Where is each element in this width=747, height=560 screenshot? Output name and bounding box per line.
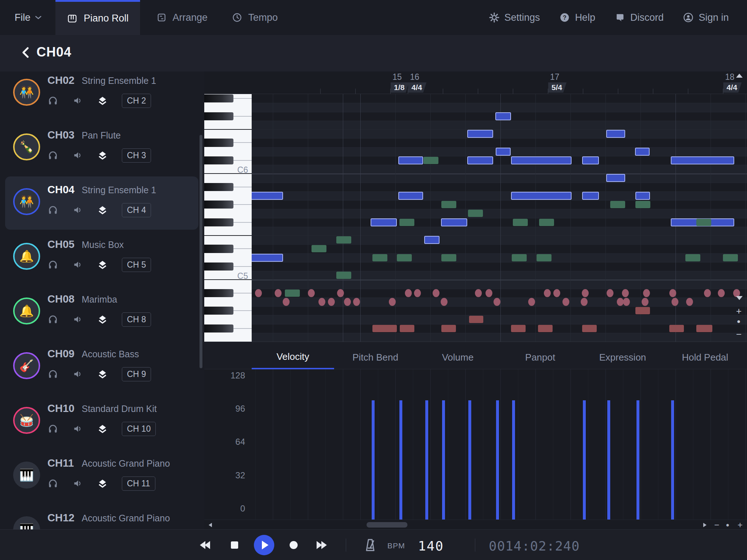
track-avatar[interactable]: 🧑‍🤝‍🧑 <box>13 79 40 106</box>
drum-hit-dot[interactable] <box>669 289 676 297</box>
track-item-ch12[interactable]: 🎹CH12Acoustic Grand PianoCH 12 <box>0 509 204 529</box>
zoom-out-horizontal-button[interactable]: − <box>714 520 719 529</box>
midi-note-selected-track[interactable] <box>635 192 650 200</box>
solo-headphones-icon[interactable] <box>47 150 58 160</box>
drum-hit-dot[interactable] <box>544 289 551 297</box>
midi-note-selected-track[interactable] <box>252 254 283 262</box>
time-signature-chip[interactable]: 5/4 <box>548 82 566 93</box>
mute-speaker-icon[interactable] <box>72 369 83 379</box>
channel-badge[interactable]: CH 11 <box>122 477 155 491</box>
drum-hit-dot[interactable] <box>414 289 421 297</box>
midi-note-other-track[interactable] <box>468 210 483 217</box>
mute-speaker-icon[interactable] <box>72 205 83 215</box>
black-key[interactable] <box>204 139 233 147</box>
midi-note-other-track[interactable] <box>723 254 738 261</box>
time-signature-chip[interactable]: 4/4 <box>408 82 426 93</box>
metronome-icon[interactable] <box>363 538 378 552</box>
midi-note-other-track[interactable] <box>696 219 711 226</box>
midi-note-drum-track[interactable] <box>511 325 526 332</box>
stop-button[interactable] <box>231 541 238 549</box>
midi-note-other-track[interactable] <box>372 254 387 261</box>
forward-button[interactable] <box>317 541 327 551</box>
velocity-bar[interactable] <box>512 400 515 520</box>
track-avatar[interactable]: 🔔 <box>13 298 40 324</box>
back-button[interactable] <box>19 45 34 60</box>
zoom-reset-vertical-button[interactable]: ● <box>737 318 740 325</box>
track-avatar[interactable]: 🔔 <box>13 243 40 270</box>
midi-note-other-track[interactable] <box>610 201 625 208</box>
record-button[interactable] <box>290 541 298 549</box>
track-item-ch05[interactable]: 🔔CH05Music BoxCH 5 <box>0 236 204 290</box>
black-key[interactable] <box>204 156 233 164</box>
midi-note-other-track[interactable] <box>539 219 554 226</box>
drum-hit-dot[interactable] <box>582 289 589 297</box>
velocity-bar[interactable] <box>425 400 428 520</box>
velocity-bar[interactable] <box>372 400 375 520</box>
solo-headphones-icon[interactable] <box>47 260 58 270</box>
solo-headphones-icon[interactable] <box>47 205 58 215</box>
black-key[interactable] <box>204 201 233 209</box>
bpm-value[interactable]: 140 <box>418 538 444 553</box>
black-key[interactable] <box>204 307 233 315</box>
midi-note-other-track[interactable] <box>513 219 528 226</box>
solo-headphones-icon[interactable] <box>47 424 58 434</box>
track-item-ch09[interactable]: 🎸CH09Acoustic BassCH 9 <box>0 345 204 400</box>
drum-hit-dot[interactable] <box>622 289 629 297</box>
midi-note-selected-track[interactable] <box>495 112 511 120</box>
velocity-bar[interactable] <box>583 400 586 520</box>
black-key[interactable] <box>204 183 233 191</box>
layers-icon[interactable] <box>97 369 108 379</box>
time-signature-chip[interactable]: 4/4 <box>723 82 742 93</box>
layers-icon[interactable] <box>97 478 108 489</box>
layers-icon[interactable] <box>97 260 108 270</box>
channel-badge[interactable]: CH 2 <box>122 94 151 108</box>
zoom-reset-horizontal-button[interactable]: ● <box>726 520 729 529</box>
drum-hit-dot[interactable] <box>704 289 711 297</box>
black-key[interactable] <box>204 289 233 297</box>
midi-note-selected-track[interactable] <box>371 218 397 226</box>
track-item-ch08[interactable]: 🔔CH08MarimbaCH 8 <box>0 290 204 345</box>
midi-note-selected-track[interactable] <box>424 236 440 244</box>
menu-sign-in[interactable]: Sign in <box>678 12 734 23</box>
velocity-bar[interactable] <box>607 400 610 520</box>
scroll-left-icon[interactable] <box>209 523 212 527</box>
track-item-ch02[interactable]: 🧑‍🤝‍🧑CH02String Ensemble 1CH 2 <box>0 71 204 126</box>
midi-note-drum-track[interactable] <box>469 316 483 323</box>
track-avatar[interactable]: 🥁 <box>13 407 40 434</box>
scroll-down-icon[interactable] <box>736 296 743 300</box>
midi-note-other-track[interactable] <box>685 254 700 261</box>
midi-note-other-track[interactable] <box>635 201 650 208</box>
midi-note-other-track[interactable] <box>512 254 527 261</box>
midi-note-selected-track[interactable] <box>635 148 650 156</box>
track-avatar[interactable]: 🎹 <box>13 462 40 489</box>
drum-hit-dot[interactable] <box>607 289 614 297</box>
zoom-in-vertical-button[interactable]: + <box>736 306 742 317</box>
layers-icon[interactable] <box>97 314 108 324</box>
midi-note-drum-track[interactable] <box>669 325 684 332</box>
midi-note-drum-track[interactable] <box>696 325 712 332</box>
controller-tab-volume[interactable]: Volume <box>417 346 499 369</box>
midi-note-selected-track[interactable] <box>252 192 283 200</box>
drum-hit-dot[interactable] <box>718 289 725 297</box>
menu-settings[interactable]: Settings <box>484 12 545 23</box>
midi-note-selected-track[interactable] <box>398 156 423 164</box>
track-avatar[interactable]: 🎸 <box>13 352 40 379</box>
controller-tab-velocity[interactable]: Velocity <box>252 346 334 369</box>
channel-badge[interactable]: CH 9 <box>122 367 151 381</box>
velocity-bar[interactable] <box>671 400 674 520</box>
rewind-button[interactable] <box>200 541 210 551</box>
drum-hit-dot[interactable] <box>485 289 492 297</box>
midi-note-other-track[interactable] <box>311 245 326 252</box>
velocity-bar[interactable] <box>442 400 445 520</box>
black-key[interactable] <box>204 94 233 102</box>
midi-note-selected-track[interactable] <box>606 174 625 182</box>
controller-tab-expression[interactable]: Expression <box>581 346 664 369</box>
mute-speaker-icon[interactable] <box>72 478 83 489</box>
drum-hit-dot[interactable] <box>405 289 412 297</box>
velocity-lane[interactable]: 1289664320 <box>204 369 747 520</box>
midi-note-selected-track[interactable] <box>511 192 572 200</box>
midi-note-other-track[interactable] <box>336 236 351 244</box>
hscroll-thumb[interactable] <box>367 522 407 528</box>
tab-piano-roll[interactable]: Piano Roll <box>55 0 140 35</box>
black-key[interactable] <box>204 262 233 271</box>
